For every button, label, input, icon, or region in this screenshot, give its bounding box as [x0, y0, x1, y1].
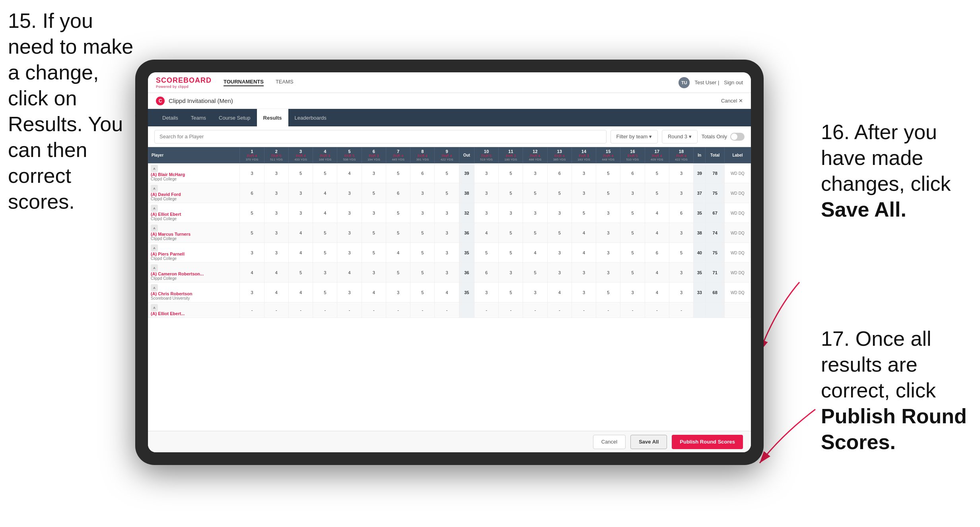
score-input-h4[interactable]: [320, 231, 330, 235]
score-input-h10[interactable]: [482, 191, 491, 196]
tab-course-setup[interactable]: Course Setup: [212, 109, 257, 126]
score-h11[interactable]: [499, 223, 523, 243]
score-h14[interactable]: [572, 203, 596, 223]
score-input-h14[interactable]: [579, 171, 589, 176]
score-h3[interactable]: [288, 223, 313, 243]
score-h14[interactable]: [572, 243, 596, 263]
score-input-h13[interactable]: [555, 191, 564, 196]
score-h10[interactable]: [474, 243, 498, 263]
label-wd[interactable]: WD: [731, 231, 737, 235]
score-h10[interactable]: [474, 263, 498, 283]
score-input-h5[interactable]: [345, 250, 354, 255]
score-h1[interactable]: [240, 183, 264, 203]
score-input-h12[interactable]: [530, 250, 540, 255]
score-input-h7[interactable]: [393, 308, 403, 312]
score-input-h7[interactable]: [393, 231, 403, 235]
score-input-h4[interactable]: [320, 250, 330, 255]
score-input-h11[interactable]: [506, 270, 515, 275]
save-all-button[interactable]: Save All: [630, 435, 667, 449]
score-h14[interactable]: [572, 183, 596, 203]
score-input-h9[interactable]: [442, 231, 452, 235]
score-input-h12[interactable]: [530, 290, 540, 295]
score-input-h11[interactable]: [506, 191, 515, 196]
score-h16[interactable]: [620, 263, 645, 283]
score-h5[interactable]: [337, 163, 362, 183]
score-input-h7[interactable]: [393, 171, 403, 176]
score-input-h9[interactable]: [442, 211, 452, 215]
score-input-h12[interactable]: [530, 270, 540, 275]
score-input-h6[interactable]: [369, 290, 379, 295]
score-h11[interactable]: [499, 203, 523, 223]
score-input-h1[interactable]: [247, 191, 257, 196]
score-h7[interactable]: [386, 223, 410, 243]
score-input-h2[interactable]: [272, 191, 281, 196]
score-h5[interactable]: [337, 263, 362, 283]
score-input-h8[interactable]: [418, 308, 427, 312]
score-input-h2[interactable]: [272, 270, 281, 275]
tab-leaderboards[interactable]: Leaderboards: [288, 109, 333, 126]
label-dq[interactable]: DQ: [739, 291, 745, 295]
score-h13[interactable]: [547, 223, 572, 243]
score-input-h13[interactable]: [555, 211, 564, 215]
score-h7[interactable]: [386, 263, 410, 283]
score-h3[interactable]: [288, 183, 313, 203]
score-input-h9[interactable]: [442, 270, 452, 275]
score-h12[interactable]: [523, 183, 547, 203]
score-input-h11[interactable]: [506, 290, 515, 295]
score-h15[interactable]: [596, 203, 620, 223]
score-h14[interactable]: [572, 302, 596, 318]
tab-details[interactable]: Details: [156, 109, 185, 126]
score-h3[interactable]: [288, 263, 313, 283]
label-dq[interactable]: DQ: [739, 251, 745, 255]
score-h6[interactable]: [362, 283, 386, 302]
score-input-h13[interactable]: [555, 250, 564, 255]
score-h2[interactable]: [264, 283, 288, 302]
score-input-h18[interactable]: [677, 308, 686, 312]
score-h9[interactable]: [435, 203, 459, 223]
filter-team-btn[interactable]: Filter by team ▾: [611, 130, 658, 143]
score-h3[interactable]: [288, 283, 313, 302]
score-h3[interactable]: [288, 243, 313, 263]
score-h8[interactable]: [410, 263, 435, 283]
score-input-h13[interactable]: [555, 308, 564, 312]
score-h4[interactable]: [313, 183, 337, 203]
score-h5[interactable]: [337, 203, 362, 223]
score-input-h16[interactable]: [628, 171, 637, 176]
score-input-h7[interactable]: [393, 250, 403, 255]
score-input-h6[interactable]: [369, 250, 379, 255]
score-input-h11[interactable]: [506, 250, 515, 255]
score-h6[interactable]: [362, 302, 386, 318]
score-input-h5[interactable]: [345, 290, 354, 295]
score-input-h2[interactable]: [272, 171, 281, 176]
score-h5[interactable]: [337, 302, 362, 318]
score-input-h6[interactable]: [369, 270, 379, 275]
score-h12[interactable]: [523, 263, 547, 283]
score-h17[interactable]: [645, 183, 669, 203]
score-h1[interactable]: [240, 283, 264, 302]
score-input-h8[interactable]: [418, 171, 427, 176]
score-h18[interactable]: [669, 263, 693, 283]
score-input-h9[interactable]: [442, 290, 452, 295]
score-h8[interactable]: [410, 183, 435, 203]
score-input-h11[interactable]: [506, 211, 515, 215]
score-h15[interactable]: [596, 283, 620, 302]
score-input-h1[interactable]: [247, 290, 257, 295]
score-h18[interactable]: [669, 302, 693, 318]
score-input-h3[interactable]: [296, 191, 305, 196]
score-h7[interactable]: [386, 183, 410, 203]
score-h6[interactable]: [362, 163, 386, 183]
nav-tournaments[interactable]: TOURNAMENTS: [224, 79, 264, 86]
score-h12[interactable]: [523, 223, 547, 243]
score-h1[interactable]: [240, 223, 264, 243]
score-input-h10[interactable]: [482, 270, 491, 275]
score-input-h7[interactable]: [393, 290, 403, 295]
score-h4[interactable]: [313, 263, 337, 283]
score-input-h3[interactable]: [296, 308, 305, 312]
score-input-h12[interactable]: [530, 191, 540, 196]
score-input-h1[interactable]: [247, 308, 257, 312]
score-input-h4[interactable]: [320, 191, 330, 196]
score-input-h15[interactable]: [603, 308, 613, 312]
score-h8[interactable]: [410, 243, 435, 263]
score-input-h8[interactable]: [418, 250, 427, 255]
score-h11[interactable]: [499, 243, 523, 263]
